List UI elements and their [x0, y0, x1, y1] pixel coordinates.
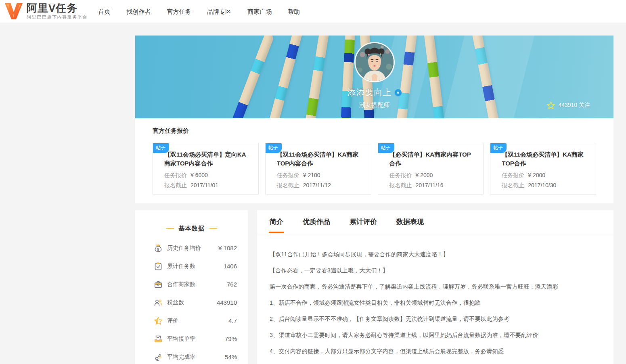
stat-value: 4.7 — [228, 317, 237, 324]
heading-dash — [209, 228, 217, 229]
price-label: 任务报价 — [164, 172, 187, 178]
top-navbar: 阿里V任务 阿里巴巴旗下内容服务平台 首页 找创作者 官方任务 品牌专区 商家广… — [0, 0, 626, 23]
stat-value: 762 — [227, 281, 237, 288]
nav-item-official-tasks[interactable]: 官方任务 — [167, 0, 191, 23]
main-nav: 首页 找创作者 官方任务 品牌专区 商家广场 帮助 — [98, 0, 316, 23]
stat-value: 79% — [225, 335, 237, 342]
task-title: 【双11会场必买清单】KA商家TOP内容合作 — [277, 150, 364, 168]
stat-row-total-tasks: 累计任务数 1406 — [154, 257, 237, 275]
price-value: ¥ 2100 — [303, 172, 320, 178]
stat-value: 443910 — [217, 299, 237, 306]
clipboard-check-icon — [154, 262, 163, 271]
deadline-value: 2017/11/16 — [416, 182, 444, 188]
users-icon — [154, 298, 163, 307]
tab-data-performance[interactable]: 数据表现 — [396, 210, 424, 233]
star-icon — [547, 101, 555, 109]
intro-paragraph: 第一次合作的商家，务必沟通清楚再下单，了解渠道内容上线流程，理解万岁，务必联系唯… — [270, 282, 601, 291]
stat-row-fans: 粉丝数 443910 — [154, 293, 237, 312]
intro-paragraph: 2、后台阅读量显示不不不准确，【任务文章阅读数】无法统计到渠道流量，请不要以此为… — [270, 315, 601, 323]
stat-row-avg-price: 历史任务均价 ¥ 1082 — [154, 239, 237, 257]
brand-subtitle: 阿里巴巴旗下内容服务平台 — [27, 14, 88, 20]
official-tasks-section: 官方任务报价 帖子 【双11会场必买清单】定向KA商家TOP内容合作 任务报价¥… — [135, 118, 613, 203]
deadline-value: 2017/11/01 — [191, 182, 218, 188]
price-label: 任务报价 — [502, 172, 524, 178]
detail-tabs: 简介 优质作品 累计评价 数据表现 — [257, 210, 613, 233]
deadline-value: 2017/11/12 — [303, 182, 331, 188]
basic-stats-panel: 基本数据 历史任务均价 ¥ 1082 — [135, 210, 248, 364]
profile-detail-panel: 简介 优质作品 累计评价 数据表现 【双11合作已开始！多会场同步展现，需要合作… — [257, 210, 613, 364]
profile-banner: 添添要向上 v 潮女搭配师 443910 关注 — [135, 36, 613, 118]
stat-value: ¥ 1082 — [218, 245, 237, 251]
stat-label: 平均完成率 — [167, 354, 195, 361]
post-tag-badge: 帖子 — [153, 143, 169, 153]
stat-row-rating: 评价 4.7 — [154, 312, 237, 330]
profile-role: 潮女搭配师 — [135, 101, 613, 109]
task-card[interactable]: 帖子 【双11会场必买清单】KA商家TOP内容合作 任务报价¥ 2100 报名截… — [265, 143, 371, 195]
task-title: 【双11会场必买清单】KA商家TOP合作 — [502, 150, 589, 168]
intro-content: 【双11合作已开始！多会场同步展现，需要合作的商家大大速度咯！】 【合作必看，一… — [257, 233, 613, 355]
deadline-label: 报名截止 — [389, 182, 412, 188]
stat-label: 评价 — [167, 317, 178, 324]
brand-title: 阿里V任务 — [27, 2, 88, 14]
stat-label: 累计任务数 — [167, 263, 195, 270]
nav-item-find-creators[interactable]: 找创作者 — [126, 0, 151, 23]
intro-paragraph: 【双11合作已开始！多会场同步展现，需要合作的商家大大速度咯！】 — [270, 250, 601, 258]
stat-row-partner-merchants: 合作商家数 762 — [154, 275, 237, 293]
post-tag-badge: 帖子 — [378, 143, 394, 153]
nav-item-help[interactable]: 帮助 — [288, 0, 300, 23]
money-bag-icon — [154, 244, 163, 253]
stat-label: 平均接单率 — [167, 335, 195, 343]
stat-row-accept-rate: 平均接单率 79% — [154, 330, 237, 348]
intro-paragraph: 4、交付内容的链接，大部分只显示部分文字内容，但渠道上线后会展现完整版，务必请知… — [270, 347, 601, 355]
tab-reviews[interactable]: 累计评价 — [350, 210, 377, 233]
intro-paragraph: 【合作必看，一定要看3遍以上哦，大大们！】 — [270, 266, 601, 274]
stat-value: 1406 — [224, 263, 237, 270]
task-title: 【双11会场必买清单】定向KA商家TOP内容合作 — [164, 150, 252, 168]
post-tag-badge: 帖子 — [266, 143, 282, 153]
follow-button[interactable]: 443910 关注 — [547, 101, 590, 109]
brand-logo[interactable]: 阿里V任务 阿里巴巴旗下内容服务平台 — [4, 2, 88, 20]
price-value: ¥ 2000 — [528, 172, 545, 178]
follow-count: 443910 关注 — [558, 102, 590, 109]
nav-item-home[interactable]: 首页 — [98, 0, 110, 23]
stat-label: 历史任务均价 — [167, 245, 201, 252]
stat-row-completion-rate: 平均完成率 54% — [154, 348, 237, 364]
post-tag-badge: 帖子 — [490, 143, 507, 153]
stat-value: 54% — [225, 354, 237, 360]
verified-badge-icon: v — [395, 89, 402, 96]
profile-name: 添添要向上 — [348, 87, 392, 98]
intro-paragraph: 3、渠道审核小二需要时间，请大家务必耐心等待渠道上线，以阿里妈妈后台流量数据为准… — [270, 331, 601, 339]
tab-featured-works[interactable]: 优质作品 — [303, 210, 330, 233]
stat-label: 粉丝数 — [167, 299, 184, 306]
briefcase-icon — [154, 280, 163, 289]
nav-item-brand-zone[interactable]: 品牌专区 — [207, 0, 231, 23]
heading-dash — [166, 228, 174, 229]
hand-ok-icon — [154, 353, 163, 362]
deadline-value: 2017/10/30 — [528, 182, 556, 188]
price-value: ¥ 6000 — [191, 172, 208, 178]
deadline-label: 报名截止 — [164, 182, 187, 188]
inbox-check-icon — [154, 335, 163, 343]
tasks-section-title: 官方任务报价 — [153, 127, 596, 135]
task-card[interactable]: 帖子 【必买清单】KA商家内容TOP合作 任务报价¥ 2000 报名截止2017… — [378, 143, 484, 195]
task-title: 【必买清单】KA商家内容TOP合作 — [389, 150, 477, 168]
avatar — [354, 42, 395, 82]
task-card[interactable]: 帖子 【双11会场必买清单】定向KA商家TOP内容合作 任务报价¥ 6000 报… — [153, 143, 259, 195]
tab-intro[interactable]: 简介 — [270, 210, 283, 233]
deadline-label: 报名截止 — [277, 182, 299, 188]
stats-section-title: 基本数据 — [179, 225, 205, 232]
deadline-label: 报名截止 — [502, 182, 524, 188]
stat-label: 合作商家数 — [167, 281, 195, 288]
nav-item-merchant-plaza[interactable]: 商家广场 — [247, 0, 272, 23]
star-icon — [154, 316, 163, 325]
v-logo-icon — [4, 3, 23, 20]
task-card[interactable]: 帖子 【双11会场必买清单】KA商家TOP合作 任务报价¥ 2000 报名截止2… — [490, 143, 596, 195]
price-value: ¥ 2000 — [416, 172, 433, 178]
intro-paragraph: 1、新店不合作，领域必须跟潮流女性类目相关，非相关领域暂时无法合作，很抱歉 — [270, 299, 601, 307]
price-label: 任务报价 — [277, 172, 299, 178]
price-label: 任务报价 — [389, 172, 412, 178]
